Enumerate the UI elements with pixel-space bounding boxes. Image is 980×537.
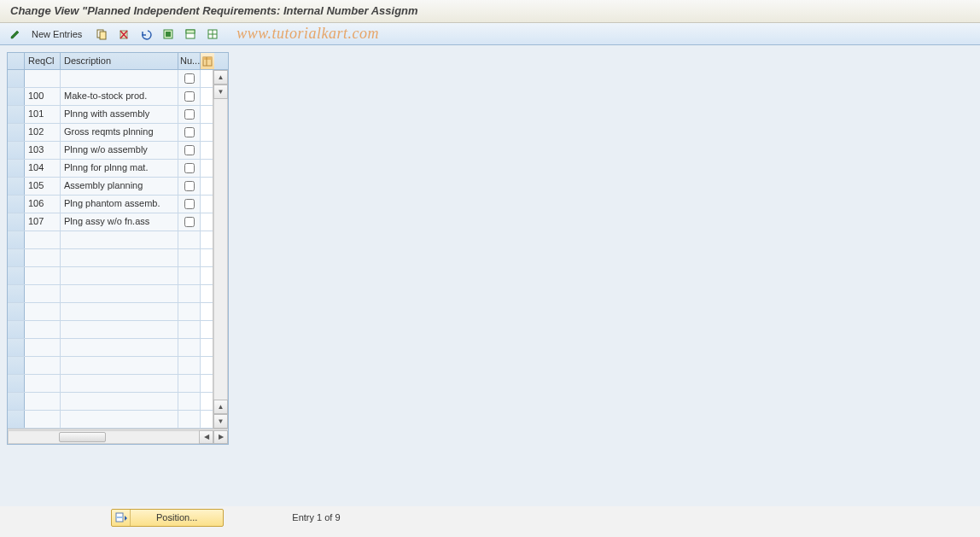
cell-reqcl[interactable]: 104 <box>25 160 61 177</box>
cell-description[interactable]: Plnng with assembly <box>61 106 178 123</box>
row-selector[interactable] <box>8 142 25 159</box>
cell-description[interactable] <box>61 249 178 266</box>
nu-checkbox[interactable] <box>184 145 195 155</box>
page-title: Change View "Planned Independent Require… <box>10 4 418 17</box>
nu-checkbox[interactable] <box>184 73 195 84</box>
position-button[interactable]: Position... <box>111 509 224 527</box>
cell-description[interactable] <box>61 285 178 302</box>
h-scroll-track[interactable] <box>25 430 199 444</box>
cell-reqcl[interactable] <box>25 375 61 392</box>
cell-description[interactable] <box>61 267 178 284</box>
horizontal-scrollbar[interactable]: ◀ ▶ <box>8 429 228 444</box>
cell-description[interactable] <box>61 339 178 356</box>
row-selector[interactable] <box>8 339 25 356</box>
scroll-down-icon[interactable]: ▼ <box>213 414 228 429</box>
table-row <box>8 231 213 249</box>
cell-reqcl[interactable] <box>25 357 61 374</box>
scroll-up-icon[interactable]: ▲ <box>213 70 228 85</box>
cell-nu <box>178 142 201 159</box>
nu-checkbox[interactable] <box>184 217 195 227</box>
nu-checkbox[interactable] <box>184 199 195 209</box>
cell-description[interactable]: Plng phantom assemb. <box>61 196 178 213</box>
cell-description[interactable]: Assembly planning <box>61 178 178 195</box>
cell-reqcl[interactable] <box>25 303 61 320</box>
cell-reqcl[interactable] <box>25 339 61 356</box>
cell-reqcl[interactable] <box>25 70 61 87</box>
row-selector[interactable] <box>8 357 25 374</box>
delete-icon[interactable] <box>115 26 132 43</box>
cell-reqcl[interactable]: 102 <box>25 124 61 141</box>
scroll-right-icon[interactable]: ▶ <box>213 430 228 444</box>
copy-icon[interactable] <box>93 26 110 43</box>
cell-reqcl[interactable]: 107 <box>25 213 61 231</box>
scroll-down-step-icon[interactable]: ▼ <box>213 85 228 99</box>
cell-reqcl[interactable]: 106 <box>25 196 61 213</box>
row-selector[interactable] <box>8 160 25 177</box>
row-selector[interactable] <box>8 231 25 248</box>
nu-checkbox[interactable] <box>184 91 195 102</box>
row-selector[interactable] <box>8 178 25 195</box>
row-selector[interactable] <box>8 267 25 284</box>
table-settings-icon[interactable] <box>201 53 214 69</box>
row-selector[interactable] <box>8 321 25 338</box>
cell-reqcl[interactable]: 101 <box>25 106 61 123</box>
column-header-description[interactable]: Description <box>61 53 178 69</box>
cell-description[interactable] <box>61 411 178 428</box>
cell-reqcl[interactable] <box>25 411 61 428</box>
scroll-left-icon[interactable]: ◀ <box>199 430 213 444</box>
row-selector[interactable] <box>8 411 25 428</box>
cell-description[interactable] <box>61 393 178 410</box>
h-scroll-thumb[interactable] <box>59 432 106 442</box>
select-all-icon[interactable] <box>160 26 177 43</box>
cell-description[interactable]: Plnng w/o assembly <box>61 142 178 159</box>
cell-description[interactable] <box>61 231 178 248</box>
row-selector[interactable] <box>8 375 25 392</box>
cell-description[interactable]: Plnng for plnng mat. <box>61 160 178 177</box>
row-selector[interactable] <box>8 303 25 320</box>
cell-reqcl[interactable]: 103 <box>25 142 61 159</box>
vertical-scrollbar[interactable]: ▲ ▼ ▲ ▼ <box>213 70 228 429</box>
row-selector[interactable] <box>8 124 25 141</box>
cell-reqcl[interactable]: 100 <box>25 88 61 105</box>
row-selector[interactable] <box>8 285 25 302</box>
cell-description[interactable]: Gross reqmts plnning <box>61 124 178 141</box>
row-selector[interactable] <box>8 196 25 213</box>
row-selector[interactable] <box>8 213 25 231</box>
cell-reqcl[interactable] <box>25 249 61 266</box>
deselect-all-icon[interactable] <box>204 26 221 43</box>
cell-reqcl[interactable] <box>25 267 61 284</box>
cell-nu <box>178 303 201 320</box>
row-selector[interactable] <box>8 249 25 266</box>
scroll-track[interactable] <box>213 99 228 400</box>
nu-checkbox[interactable] <box>184 109 195 120</box>
column-header-reqcl[interactable]: ReqCl <box>25 53 61 69</box>
cell-description[interactable]: Plng assy w/o fn.ass <box>61 213 178 231</box>
cell-description[interactable] <box>61 70 178 87</box>
cell-nu <box>178 393 201 410</box>
cell-reqcl[interactable]: 105 <box>25 178 61 195</box>
cell-nu <box>178 178 201 195</box>
undo-icon[interactable] <box>137 26 155 43</box>
new-entries-button[interactable]: New Entries <box>29 26 88 43</box>
cell-description[interactable] <box>61 321 178 338</box>
scroll-up-step-icon[interactable]: ▲ <box>213 400 228 414</box>
cell-description[interactable] <box>61 375 178 392</box>
cell-reqcl[interactable] <box>25 285 61 302</box>
column-header-nu[interactable]: Nu... <box>178 53 201 69</box>
cell-description[interactable] <box>61 303 178 320</box>
cell-reqcl[interactable] <box>25 393 61 410</box>
cell-reqcl[interactable] <box>25 321 61 338</box>
row-selector[interactable] <box>8 393 25 410</box>
row-selector[interactable] <box>8 106 25 123</box>
nu-checkbox[interactable] <box>184 181 195 191</box>
row-selector[interactable] <box>8 70 25 87</box>
select-block-icon[interactable] <box>182 26 199 43</box>
cell-reqcl[interactable] <box>25 231 61 248</box>
cell-description[interactable]: Make-to-stock prod. <box>61 88 178 105</box>
nu-checkbox[interactable] <box>184 127 195 137</box>
cell-description[interactable] <box>61 357 178 374</box>
row-selector[interactable] <box>8 88 25 105</box>
nu-checkbox[interactable] <box>184 163 195 173</box>
toggle-display-icon[interactable] <box>7 26 24 43</box>
select-all-column[interactable] <box>8 53 25 69</box>
